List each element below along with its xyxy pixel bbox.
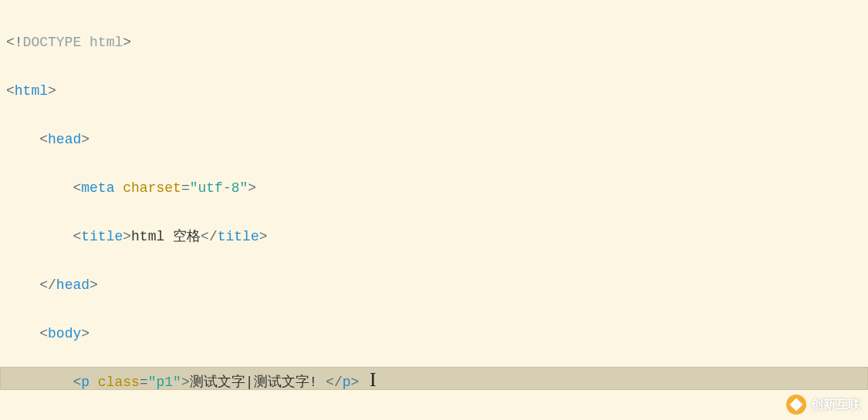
code-line-head-open: <head> [6,128,868,153]
code-line-p1: <p class="p1">测试文字|测试文字! </p> [6,371,868,395]
code-line-body-open: <body> [6,322,868,347]
code-line-meta: <meta charset="utf-8"> [6,176,868,201]
code-line-doctype: <!DOCTYPE html> [6,31,868,55]
text-cursor-icon: I [370,362,377,398]
watermark-text: 创新互联 [811,394,860,415]
code-line-head-close: </head> [6,274,868,298]
watermark: 创新互联 [786,394,860,415]
watermark-logo-icon [786,395,806,415]
code-line-title: <title>html 空格</title> [6,225,868,250]
code-editor[interactable]: <!DOCTYPE html> <html> <head> <meta char… [6,6,868,420]
code-line-html-open: <html> [6,79,868,104]
